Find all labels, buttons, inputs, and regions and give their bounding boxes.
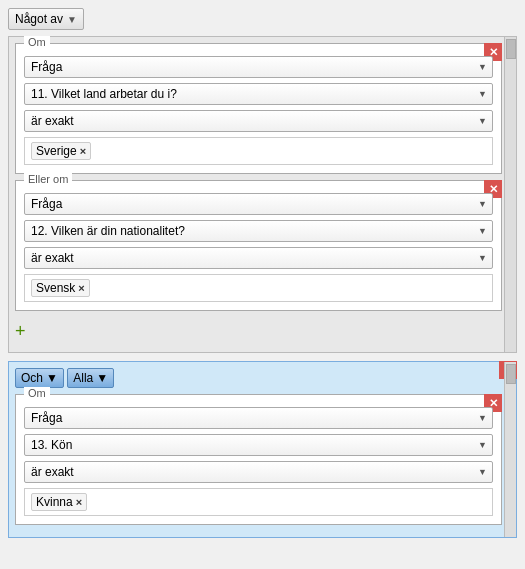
och-label: Och: [21, 371, 43, 385]
alla-dropdown[interactable]: Alla ▼: [67, 368, 114, 388]
tag-kvinna-label: Kvinna: [36, 495, 73, 509]
tag-container-2: Svensk ×: [24, 274, 493, 302]
och-arrow: ▼: [46, 371, 58, 385]
condition-select-wrapper-1: är exakt: [24, 110, 493, 132]
question-select-wrapper-1: 11. Vilket land arbetar du i?: [24, 83, 493, 105]
alla-arrow: ▼: [96, 371, 108, 385]
fraga-select-3[interactable]: Fråga: [24, 407, 493, 429]
section-eller-om: Eller om ✕ Fråga 12. Vilken är din natio…: [15, 180, 502, 311]
section-om-2-content: Fråga 13. Kön är exakt Kvinna ×: [24, 407, 493, 516]
condition-select-wrapper-2: är exakt: [24, 247, 493, 269]
question-select-1[interactable]: 11. Vilket land arbetar du i?: [24, 83, 493, 105]
nagot-av-arrow: ▼: [67, 14, 77, 25]
tag-svensk-label: Svensk: [36, 281, 75, 295]
och-dropdown[interactable]: Och ▼: [15, 368, 64, 388]
block1-container: Om ✕ Fråga 11. Vilket land arbetar du i?…: [8, 36, 517, 353]
alla-label: Alla: [73, 371, 93, 385]
tag-svensk-remove[interactable]: ×: [78, 282, 84, 294]
condition-select-wrapper-3: är exakt: [24, 461, 493, 483]
condition-select-2[interactable]: är exakt: [24, 247, 493, 269]
block2-header: Och ▼ Alla ▼: [15, 368, 502, 388]
section-om-2-legend: Om: [24, 387, 50, 399]
question-select-wrapper-2: 12. Vilken är din nationalitet?: [24, 220, 493, 242]
add-condition-button[interactable]: +: [15, 321, 26, 342]
section-om-2: Om ✕ Fråga 13. Kön är exakt Kvinna: [15, 394, 502, 525]
tag-container-3: Kvinna ×: [24, 488, 493, 516]
tag-sverige: Sverige ×: [31, 142, 91, 160]
section-om-1-legend: Om: [24, 36, 50, 48]
tag-container-1: Sverige ×: [24, 137, 493, 165]
fraga-select-2[interactable]: Fråga: [24, 193, 493, 215]
condition-select-3[interactable]: är exakt: [24, 461, 493, 483]
section-om-1: Om ✕ Fråga 11. Vilket land arbetar du i?…: [15, 43, 502, 174]
question-select-3[interactable]: 13. Kön: [24, 434, 493, 456]
block2-container: Och ▼ Alla ▼ ✕ Om ✕ Fråga 13. Kön: [8, 361, 517, 538]
fraga-select-1[interactable]: Fråga: [24, 56, 493, 78]
scroll-thumb-2: [506, 364, 516, 384]
tag-sverige-remove[interactable]: ×: [80, 145, 86, 157]
section-om-1-content: Fråga 11. Vilket land arbetar du i? är e…: [24, 56, 493, 165]
question-select-wrapper-3: 13. Kön: [24, 434, 493, 456]
section-eller-om-content: Fråga 12. Vilken är din nationalitet? är…: [24, 193, 493, 302]
fraga-select-wrapper-3: Fråga: [24, 407, 493, 429]
top-bar: Något av ▼: [8, 8, 517, 30]
section-eller-om-legend: Eller om: [24, 173, 72, 185]
nagot-av-dropdown[interactable]: Något av ▼: [8, 8, 84, 30]
fraga-select-wrapper-1: Fråga: [24, 56, 493, 78]
tag-kvinna: Kvinna ×: [31, 493, 87, 511]
condition-select-1[interactable]: är exakt: [24, 110, 493, 132]
nagot-av-label: Något av: [15, 12, 63, 26]
question-select-2[interactable]: 12. Vilken är din nationalitet?: [24, 220, 493, 242]
scroll-indicator-2: [504, 362, 516, 537]
scroll-indicator-1: [504, 37, 516, 352]
tag-kvinna-remove[interactable]: ×: [76, 496, 82, 508]
scroll-thumb-1: [506, 39, 516, 59]
tag-svensk: Svensk ×: [31, 279, 90, 297]
fraga-select-wrapper-2: Fråga: [24, 193, 493, 215]
tag-sverige-label: Sverige: [36, 144, 77, 158]
